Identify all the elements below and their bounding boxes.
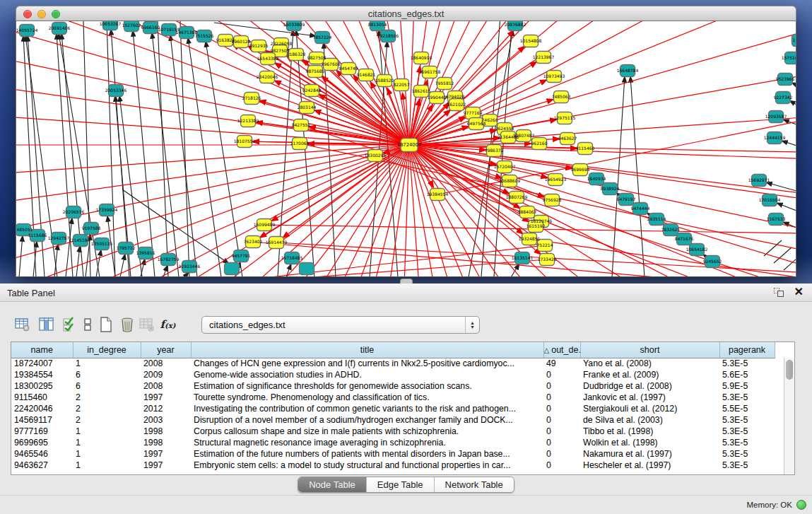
graph-edge-black: [133, 30, 155, 276]
graph-node[interactable]: [225, 263, 240, 275]
table-settings-icon[interactable]: [13, 315, 32, 334]
graph-node-label: 16782759: [158, 257, 180, 262]
function-builder-icon[interactable]: f(x): [158, 315, 177, 334]
table-scrollbar-track[interactable]: [784, 358, 794, 474]
column-header-name[interactable]: name: [11, 342, 73, 358]
graph-node-label: 6794028: [446, 94, 465, 99]
graph-node-label: 9699695: [571, 167, 590, 172]
graph-node-label: 17359924: [96, 207, 118, 212]
panel-splitter-handle[interactable]: [400, 279, 413, 284]
float-window-icon[interactable]: [773, 286, 784, 298]
graph-node-label: 16099489: [254, 222, 276, 227]
table-panel-title: Table Panel: [7, 288, 55, 298]
minimize-window-icon[interactable]: [37, 10, 46, 18]
column-header-pagerank[interactable]: pagerank: [719, 342, 775, 358]
citation-network-graph[interactable]: 1405572420691406106532671527602696616010…: [16, 21, 796, 276]
tab-node-table[interactable]: Node Table: [298, 477, 367, 492]
graph-node-label: 9884067: [518, 209, 537, 214]
graph-edge-red: [409, 145, 796, 276]
graph-node-label: 6966160: [141, 25, 160, 30]
cell-year: 1998: [141, 437, 191, 448]
cell-name: 9699695: [11, 437, 73, 448]
graph-node-label: 19324851: [519, 236, 541, 241]
graph-node-label: 20053346: [105, 88, 127, 93]
cell-short: de Silva et al. (2003): [580, 414, 719, 426]
graph-node-label: 7857224: [313, 35, 332, 40]
table-row[interactable]: 2242004622012Investigating the contribut…: [11, 403, 775, 414]
graph-node-label: 9756928: [543, 197, 562, 202]
cell-pagerank: 5.9E-5: [719, 380, 775, 392]
graph-node-label: 9245652: [703, 259, 722, 264]
cell-out_degree: 0: [543, 460, 580, 471]
table-row[interactable]: 1938455462009Genome-wide association stu…: [11, 369, 775, 380]
network-canvas[interactable]: 1405572420691406106532671527602696616010…: [16, 21, 796, 277]
table-row[interactable]: 1830029562008Estimation of significance …: [11, 380, 775, 392]
table-row[interactable]: 946554611997Estimation of the future num…: [11, 448, 775, 460]
cell-in_degree: 1: [73, 437, 141, 448]
cell-year: 1997: [141, 392, 191, 403]
cell-name: 19384554: [11, 369, 73, 380]
cell-in_degree: 1: [73, 448, 141, 460]
table-tabs-row: Node Table Edge Table Network Table: [0, 477, 812, 493]
graph-node-label: 9115460: [576, 146, 595, 151]
graph-node-label: 1395816: [136, 250, 155, 255]
graph-node-label: 1640934: [587, 176, 606, 181]
table-scrollbar-thumb[interactable]: [786, 360, 793, 380]
graph-node-label: 6479197: [617, 197, 636, 201]
graph-edge-red: [409, 145, 796, 276]
window-titlebar[interactable]: citations_edges.txt: [16, 6, 796, 21]
table-source-dropdown[interactable]: citations_edges.txt ▲▼: [201, 316, 480, 334]
cell-year: 2008: [141, 380, 191, 392]
zoom-window-icon[interactable]: [52, 10, 60, 18]
graph-node-label: 1170065: [290, 141, 310, 146]
row-select-icon[interactable]: [60, 315, 79, 334]
table-row[interactable]: 1456911722003Disruption of a novel membe…: [11, 414, 775, 426]
delete-trash-icon[interactable]: [117, 315, 136, 334]
graph-node-label: 1527602: [122, 23, 141, 28]
graph-edge-red: [16, 21, 409, 145]
row-height-icon[interactable]: [78, 315, 97, 334]
graph-node[interactable]: [300, 263, 314, 275]
cell-in_degree: 1: [73, 426, 141, 437]
graph-node-label: 16914479: [266, 240, 288, 245]
tab-edge-table[interactable]: Edge Table: [367, 477, 435, 492]
table-row[interactable]: 969969511998Structural magnetic resonanc…: [11, 437, 775, 448]
table-row[interactable]: 977716911998Corpus callosum shape and si…: [11, 426, 775, 437]
cell-name: 9777169: [11, 426, 73, 437]
traffic-lights: [23, 10, 60, 18]
graph-edge-red: [409, 145, 796, 276]
graph-node-label: 12213389: [237, 118, 259, 123]
cell-in_degree: 2: [73, 392, 141, 403]
close-window-icon[interactable]: [23, 10, 32, 18]
graph-node-label: 19384554: [427, 192, 449, 197]
graph-node-label: 18300295: [365, 153, 387, 158]
graph-edge-red: [16, 21, 409, 145]
column-header-in_degree[interactable]: in_degree: [73, 342, 141, 358]
cell-short: Jankovic et al. (1997): [580, 392, 719, 403]
graph-node-label: 752214: [537, 243, 553, 247]
column-header-short[interactable]: short: [580, 342, 719, 358]
graph-node-label: 16648784: [617, 68, 639, 73]
cell-out_degree: 0: [543, 369, 580, 380]
table-panel-header[interactable]: Table Panel ✕: [0, 284, 812, 302]
cell-short: Stergiakouli et al. (2012): [580, 403, 719, 414]
memory-status-label: Memory: OK: [746, 501, 792, 509]
graph-node-label: 19654923: [545, 177, 567, 182]
graph-node-label: 10973493: [543, 74, 565, 78]
table-row[interactable]: 911546021997Tourette syndrome. Phenomeno…: [11, 392, 775, 403]
table-row[interactable]: 946362711997Embryonic stem cells: a mode…: [11, 460, 775, 471]
graph-node-label: 18724007: [397, 142, 422, 148]
table-row[interactable]: 1872400712008Changes of HCN gene express…: [11, 358, 775, 369]
close-panel-icon[interactable]: ✕: [794, 286, 804, 298]
graph-node-label: 9523966: [776, 76, 795, 81]
tab-network-table[interactable]: Network Table: [435, 477, 514, 492]
graph-node-label: 18107552: [234, 139, 256, 144]
new-table-icon[interactable]: [96, 315, 115, 334]
cell-short: Nakamura et al. (1997): [580, 448, 719, 460]
column-header-year[interactable]: year: [141, 342, 191, 358]
column-header-title[interactable]: title: [191, 342, 543, 358]
graph-node-label: 12093587: [765, 114, 787, 119]
column-visibility-icon[interactable]: [37, 315, 56, 334]
column-header-out_de[interactable]: △out_de...: [543, 342, 580, 358]
delete-table-icon[interactable]: [137, 315, 156, 334]
